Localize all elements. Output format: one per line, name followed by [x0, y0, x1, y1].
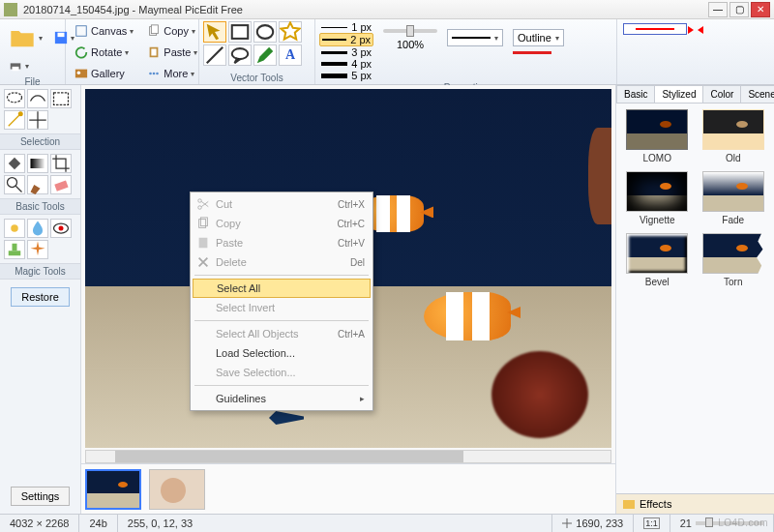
gradient-tool[interactable]	[27, 154, 48, 173]
copy-icon	[147, 24, 161, 38]
svg-point-20	[18, 111, 23, 116]
rotate-button[interactable]: Rotate▾	[70, 43, 138, 62]
menu-guidelines[interactable]: Guidelines	[193, 389, 371, 408]
wand-tool[interactable]	[4, 110, 25, 130]
color-swatch[interactable]	[513, 51, 551, 54]
group-vector-label: Vector Tools	[203, 72, 311, 84]
ellipse-tool[interactable]	[253, 21, 277, 43]
zoom-percent: 100%	[397, 39, 424, 50]
folder-open-icon	[9, 24, 36, 51]
blur-tool[interactable]	[27, 219, 48, 238]
basic-tools-header: Basic Tools	[0, 198, 80, 215]
svg-rect-19	[54, 93, 69, 105]
menu-load-selection[interactable]: Load Selection...	[193, 343, 371, 363]
open-button[interactable]: ▾	[4, 21, 47, 54]
effect-tool[interactable]	[27, 240, 48, 259]
cursor-icon	[204, 21, 225, 43]
svg-point-22	[8, 178, 17, 188]
svg-rect-1	[58, 33, 65, 37]
thumbnail-1[interactable]	[85, 469, 141, 510]
close-button[interactable]: ✕	[751, 2, 770, 17]
line-style-combo[interactable]: ▾	[447, 29, 503, 46]
svg-rect-24	[54, 181, 68, 192]
text-a-icon: A	[285, 47, 295, 63]
maximize-button[interactable]: ▢	[729, 2, 749, 17]
stroke-width-list[interactable]: 1 px 2 px 3 px 4 px 5 px	[319, 21, 373, 81]
svg-point-13	[156, 73, 159, 75]
menu-cut[interactable]: CutCtrl+X	[193, 194, 371, 214]
group-arrows-label	[621, 72, 770, 84]
menu-select-all-objects[interactable]: Select All ObjectsCtrl+A	[193, 324, 371, 343]
effect-vignette[interactable]: Vignette	[622, 171, 693, 225]
status-fit[interactable]: 1:1	[634, 515, 670, 532]
menu-delete[interactable]: DeleteDel	[193, 252, 371, 272]
more-button[interactable]: More▾	[142, 64, 202, 83]
svg-rect-3	[13, 67, 19, 71]
effect-fade[interactable]: Fade	[699, 171, 769, 225]
svg-rect-14	[232, 25, 249, 39]
svg-rect-35	[199, 238, 208, 249]
sun-icon	[5, 219, 24, 238]
crop-tool[interactable]	[50, 154, 72, 173]
fish-2	[424, 292, 511, 340]
pencil-tool[interactable]	[253, 44, 277, 66]
paste-button[interactable]: Paste▾	[142, 43, 202, 62]
context-menu: CutCtrl+X CopyCtrl+C PasteCtrl+V DeleteD…	[190, 192, 373, 411]
gallery-button[interactable]: Gallery	[70, 64, 138, 83]
scissors-icon	[196, 197, 210, 211]
menu-select-invert[interactable]: Select Invert	[193, 298, 371, 317]
horizontal-scrollbar[interactable]	[85, 450, 611, 463]
svg-point-17	[232, 48, 249, 59]
lasso-tool[interactable]	[4, 89, 25, 108]
rectangle-tool[interactable]	[228, 21, 252, 43]
settings-button[interactable]: Settings	[11, 487, 71, 506]
star-icon	[280, 21, 301, 43]
brush-tool[interactable]	[27, 175, 48, 194]
effect-torn[interactable]: Torn	[699, 233, 769, 287]
copy-button[interactable]: Copy▾	[142, 21, 202, 41]
restore-button[interactable]: Restore	[11, 287, 70, 307]
canvas-button[interactable]: Canvas▾	[70, 21, 138, 41]
effects-footer[interactable]: Effects	[616, 493, 774, 514]
menu-paste[interactable]: PasteCtrl+V	[193, 233, 371, 252]
redeye-tool[interactable]	[50, 219, 72, 238]
zoom-tool[interactable]	[4, 175, 25, 194]
print-button[interactable]: ▾	[4, 56, 34, 75]
minimize-button[interactable]: —	[708, 2, 728, 17]
rect-select-tool[interactable]	[50, 89, 72, 108]
svg-rect-10	[152, 49, 157, 56]
menu-select-all[interactable]: Select All	[193, 279, 371, 298]
effect-old[interactable]: Old	[699, 109, 769, 163]
opacity-slider[interactable]	[383, 29, 437, 33]
outline-combo[interactable]: Outline▾	[513, 29, 564, 46]
brightness-tool[interactable]	[4, 219, 25, 238]
arrow-style-none[interactable]	[623, 23, 687, 35]
tab-stylized[interactable]: Stylized	[654, 85, 703, 103]
effect-lomo[interactable]: LOMO	[622, 109, 693, 163]
svg-point-12	[153, 73, 156, 75]
folder-icon	[622, 497, 636, 511]
clone-tool[interactable]	[4, 240, 25, 259]
fill-tool[interactable]	[4, 154, 25, 173]
tab-basic[interactable]: Basic	[616, 85, 655, 103]
move-tool[interactable]	[27, 110, 48, 130]
vector-select-tool[interactable]	[203, 21, 226, 43]
tab-color[interactable]: Color	[702, 85, 741, 103]
line-tool[interactable]	[203, 44, 226, 66]
freehand-tool[interactable]	[27, 89, 48, 108]
effect-bevel[interactable]: Bevel	[622, 233, 693, 287]
menu-save-selection[interactable]: Save Selection...	[193, 363, 371, 382]
magic-tools-header: Magic Tools	[0, 263, 80, 280]
star-tool[interactable]	[279, 21, 302, 43]
text-tool[interactable]: A	[279, 44, 302, 66]
speech-bubble-tool[interactable]	[228, 44, 252, 66]
tab-scene[interactable]: Scene	[740, 85, 774, 103]
gallery-icon	[74, 67, 88, 80]
svg-rect-29	[13, 244, 17, 251]
menu-copy[interactable]: CopyCtrl+C	[193, 214, 371, 233]
thumbnail-2[interactable]	[149, 469, 205, 510]
status-cursor: 1690, 233	[552, 515, 634, 532]
paste-icon	[147, 45, 161, 59]
eraser-tool[interactable]	[50, 175, 72, 194]
app-icon	[4, 3, 17, 16]
